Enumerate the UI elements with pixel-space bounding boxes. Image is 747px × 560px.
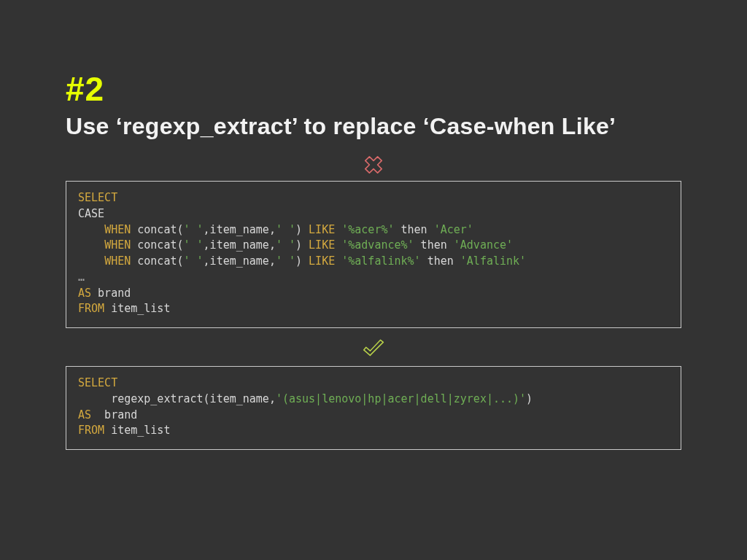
val3: 'Alfalink'	[460, 254, 526, 268]
close-paren: )	[295, 223, 309, 236]
bad-example-marker	[66, 155, 681, 175]
kw-like: LIKE	[309, 254, 335, 268]
from-table: item_list	[104, 302, 170, 315]
kw-from: FROM	[78, 302, 104, 315]
ellipsis: …	[78, 271, 85, 284]
kw-as: AS	[78, 408, 91, 421]
str-sp2: ' '	[276, 223, 295, 236]
close-paren: )	[526, 392, 533, 405]
then2: then	[414, 238, 454, 252]
cross-icon	[363, 155, 384, 175]
then3: then	[421, 254, 460, 268]
str-sp2: ' '	[276, 254, 295, 268]
val1: 'Acer'	[434, 223, 473, 236]
kw-select: SELECT	[78, 376, 117, 389]
close-paren: )	[295, 254, 309, 268]
good-example-marker	[66, 338, 681, 360]
close-paren: )	[295, 238, 309, 252]
check-icon	[361, 338, 386, 360]
str-sp1: ' '	[184, 254, 204, 268]
pad	[78, 223, 104, 236]
kw-select: SELECT	[78, 191, 117, 204]
str-sp1: ' '	[184, 223, 204, 236]
pad	[78, 254, 104, 268]
pat3: '%alfalink%'	[335, 254, 420, 268]
arg-item: ,item_name,	[204, 238, 276, 252]
regexp-call: regexp_extract(item_name,	[78, 392, 276, 405]
slide: #2 Use ‘regexp_extract’ to replace ‘Case…	[0, 0, 747, 489]
concat-head: concat(	[131, 223, 183, 236]
bad-code-block: SELECT CASE WHEN concat(' ',item_name,' …	[66, 181, 681, 328]
from-table: item_list	[104, 424, 170, 437]
as-brand: brand	[91, 287, 131, 300]
regex-literal: '(asus|lenovo|hp|acer|dell|zyrex|...)'	[276, 392, 526, 405]
as-brand: brand	[91, 408, 137, 421]
tip-title: Use ‘regexp_extract’ to replace ‘Case-wh…	[66, 113, 681, 140]
pat1: '%acer%'	[335, 223, 394, 236]
concat-head: concat(	[131, 238, 183, 252]
val2: 'Advance'	[454, 238, 513, 252]
kw-like: LIKE	[309, 238, 335, 252]
str-sp1: ' '	[184, 238, 204, 252]
concat-head: concat(	[131, 254, 183, 268]
kw-like: LIKE	[309, 223, 335, 236]
tip-number: #2	[66, 69, 681, 109]
good-code-block: SELECT regexp_extract(item_name,'(asus|l…	[66, 366, 681, 450]
kw-when: WHEN	[104, 254, 131, 268]
then1: then	[395, 223, 434, 236]
kw-as: AS	[78, 287, 91, 300]
kw-when: WHEN	[104, 238, 131, 252]
pad	[78, 238, 104, 252]
kw-case: CASE	[78, 207, 104, 220]
arg-item: ,item_name,	[204, 223, 276, 236]
kw-from: FROM	[78, 424, 104, 437]
str-sp2: ' '	[276, 238, 295, 252]
arg-item: ,item_name,	[204, 254, 276, 268]
kw-when: WHEN	[104, 223, 131, 236]
pat2: '%advance%'	[335, 238, 414, 252]
